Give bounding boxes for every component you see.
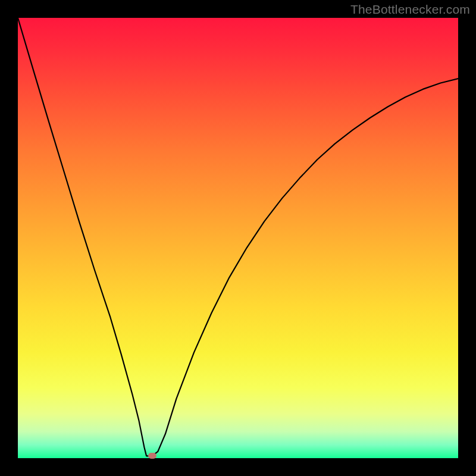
bottleneck-curve xyxy=(18,18,458,456)
curve-svg xyxy=(18,18,458,458)
chart-frame: TheBottlenecker.com xyxy=(0,0,476,476)
attribution-text: TheBottlenecker.com xyxy=(350,2,470,17)
plot-area xyxy=(18,18,458,458)
optimal-point-marker xyxy=(148,453,156,459)
